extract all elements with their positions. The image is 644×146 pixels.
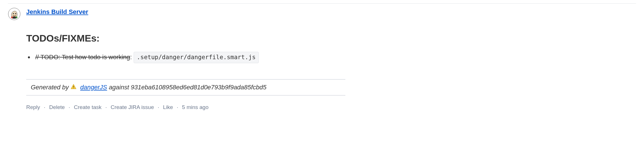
comment-content: TODOs/FIXMEs: // TODO: Test how todo is … — [26, 33, 345, 110]
svg-point-5 — [16, 17, 17, 18]
todo-struck-text: // TODO: Test how todo is working — [35, 54, 130, 61]
footer-divider-bottom — [26, 95, 345, 96]
svg-rect-6 — [74, 86, 74, 87]
action-separator: · — [103, 104, 109, 110]
create-jira-button[interactable]: Create JIRA issue — [111, 104, 154, 110]
action-separator: · — [156, 104, 162, 110]
todo-item: // TODO: Test how todo is working: .setu… — [34, 52, 345, 63]
action-separator: · — [42, 104, 48, 110]
svg-rect-7 — [74, 88, 74, 88]
action-separator: · — [66, 104, 72, 110]
create-task-button[interactable]: Create task — [74, 104, 101, 110]
author-avatar[interactable] — [8, 8, 21, 20]
file-path-chip: .setup/danger/dangerfile.smart.js — [134, 52, 259, 63]
top-divider — [8, 3, 636, 4]
generated-line: Generated by dangerJS against 931eba6108… — [26, 80, 345, 95]
reply-button[interactable]: Reply — [26, 104, 40, 110]
jenkins-avatar-icon — [8, 8, 21, 20]
timestamp[interactable]: 5 mins ago — [182, 104, 209, 110]
todo-list: // TODO: Test how todo is working: .setu… — [34, 52, 345, 63]
generated-mid: against — [109, 84, 131, 91]
comment-actions: Reply · Delete · Create task · Create JI… — [26, 104, 345, 110]
action-separator: · — [174, 104, 180, 110]
svg-point-2 — [13, 13, 14, 14]
generated-prefix: Generated by — [31, 84, 70, 91]
comment-block: Jenkins Build Server TODOs/FIXMEs: // TO… — [8, 5, 636, 110]
svg-point-4 — [11, 17, 13, 18]
commit-sha: 931eba6108958ed6ed81d0e793b9f9ada85fcbd5 — [131, 84, 266, 91]
comment-heading: TODOs/FIXMEs: — [26, 33, 345, 44]
warning-icon — [70, 84, 77, 90]
author-link[interactable]: Jenkins Build Server — [26, 7, 88, 16]
like-button[interactable]: Like — [163, 104, 173, 110]
delete-button[interactable]: Delete — [49, 104, 65, 110]
svg-point-3 — [15, 13, 16, 14]
todo-colon: : — [130, 54, 132, 61]
dangerjs-link[interactable]: dangerJS — [80, 84, 107, 91]
